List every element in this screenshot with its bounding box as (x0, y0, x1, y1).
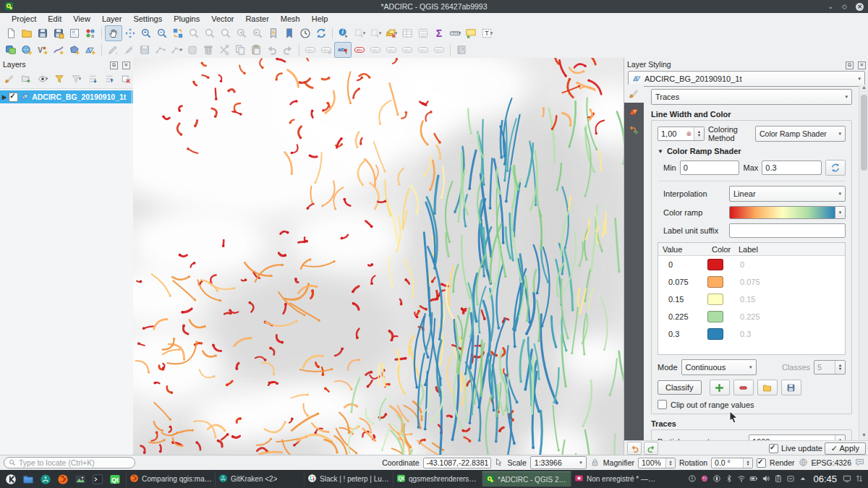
pan-to-selection-icon[interactable] (122, 26, 138, 40)
layer-visibility-checkbox[interactable] (9, 93, 18, 102)
show-bookmarks-icon[interactable] (281, 26, 297, 40)
min-input[interactable]: 0 (680, 160, 740, 175)
zoom-in-icon[interactable]: + (138, 26, 154, 40)
pan-map-icon[interactable] (105, 25, 122, 41)
save-project-as-icon[interactable] (51, 26, 67, 40)
clipboard-icon[interactable] (774, 474, 783, 484)
text-annotation-icon[interactable]: T▾ (479, 26, 495, 40)
new-bookmark-icon[interactable]: ★ (265, 26, 281, 40)
filter-legend-icon[interactable] (51, 72, 67, 86)
add-mesh-layer-icon[interactable] (82, 43, 98, 57)
field-calculator-icon[interactable] (415, 26, 431, 40)
delete-selected-icon[interactable] (200, 43, 216, 57)
undo-icon[interactable] (264, 43, 280, 57)
vertex-tool-current-layer-icon[interactable]: ▾ (169, 43, 184, 57)
mode-combo[interactable]: Continuous ▾ (681, 359, 757, 375)
bluetooth-icon[interactable] (725, 474, 733, 484)
max-input[interactable]: 0.3 (762, 160, 822, 175)
tab-3d-view[interactable] (624, 103, 644, 121)
task-button[interactable]: Qtqgsmeshrenderersetti... (393, 471, 482, 487)
cut-features-icon[interactable] (216, 43, 232, 57)
clip-out-of-range-checkbox[interactable] (658, 400, 667, 409)
task-button[interactable]: Slack | ! peterp | Lutr... (304, 471, 393, 487)
zoom-to-layer-icon[interactable] (218, 26, 234, 40)
tab-symbology[interactable] (624, 85, 644, 103)
locator-search-input[interactable]: Type to locate (Ctrl+K) (4, 457, 135, 468)
add-group-icon[interactable] (18, 72, 34, 86)
datasource-manager-icon[interactable] (3, 43, 19, 57)
layer-diagram-icon[interactable]: abc (318, 43, 334, 57)
ramp-dropdown-icon[interactable]: ▾ (835, 206, 846, 219)
menu-mesh[interactable]: Mesh (275, 14, 306, 24)
label-unit-suffix-input[interactable] (729, 223, 846, 238)
menu-help[interactable]: Help (306, 14, 334, 24)
expand-arrow-icon[interactable]: ▶ (2, 94, 7, 100)
rotation-spinner[interactable]: 0.0 ° ▲▼ (711, 458, 753, 468)
zoom-to-selection-icon[interactable] (202, 26, 218, 40)
ramp-shader-header[interactable]: ▼ Color Ramp Shader (658, 147, 846, 155)
color-swatch[interactable] (707, 328, 723, 340)
refresh-map-icon[interactable] (313, 26, 329, 40)
show-desktop-icon[interactable] (843, 474, 851, 484)
messages-icon[interactable] (855, 458, 864, 468)
open-layer-styling-icon[interactable] (1, 72, 17, 86)
color-ramp-button[interactable]: ▾ (729, 206, 846, 219)
add-polygon-layer-icon[interactable] (67, 43, 82, 57)
color-picker-icon[interactable] (700, 474, 709, 484)
layer-tree[interactable]: ▶ ADCIRC_BG_20190910_1t (0, 88, 133, 455)
kdeconnect-icon[interactable] (712, 474, 721, 484)
battery-icon[interactable] (749, 474, 758, 484)
redo-style-button[interactable] (644, 442, 658, 455)
live-update-checkbox[interactable] (769, 444, 778, 453)
layer-labeling-icon[interactable]: abc (302, 43, 318, 57)
apply-button[interactable]: ✓ Apply (825, 442, 866, 455)
vault-icon[interactable] (786, 474, 795, 484)
ramp-table-row[interactable]: 00 (658, 256, 845, 273)
toggle-extents-icon[interactable] (495, 458, 504, 468)
color-swatch[interactable] (707, 259, 723, 270)
firefox-launcher-icon[interactable] (56, 471, 70, 487)
load-color-map-icon[interactable] (757, 380, 778, 395)
show-hide-labels-icon[interactable]: abc (383, 43, 399, 57)
undo-style-button[interactable] (627, 442, 642, 455)
interpolation-combo[interactable]: Linear ▾ (729, 186, 846, 202)
rotate-label-icon[interactable]: abc (415, 43, 431, 57)
clear-value-icon[interactable]: ⊗ (686, 130, 692, 137)
task-button[interactable]: Non enregistré * — Sp... (571, 471, 660, 487)
crs-globe-icon[interactable] (799, 458, 808, 468)
menu-project[interactable]: Project (6, 14, 42, 24)
color-swatch[interactable] (707, 294, 723, 305)
redo-icon[interactable] (280, 43, 296, 57)
undock-panel-icon[interactable]: ⧉ (110, 61, 118, 69)
tray-expand-icon[interactable] (799, 474, 807, 484)
menu-raster[interactable]: Raster (239, 14, 274, 24)
save-edits-icon[interactable] (137, 43, 153, 57)
scale-combo[interactable]: 1:33966▾ (530, 456, 587, 469)
lock-scale-icon[interactable] (590, 458, 600, 468)
gitkraken-launcher-icon[interactable] (38, 471, 53, 487)
remove-class-icon[interactable] (733, 380, 754, 395)
symbology-type-combo[interactable]: Traces ▾ (651, 89, 852, 105)
add-class-icon[interactable] (710, 380, 730, 395)
select-features-icon[interactable]: ▾ (352, 26, 367, 40)
collapse-all-icon[interactable] (101, 72, 117, 86)
zoom-native-icon[interactable] (170, 26, 186, 40)
magnifier-spinner[interactable]: 100% ▲▼ (638, 458, 676, 468)
qt-launcher-icon[interactable]: Qt (108, 471, 122, 487)
app-launcher-icon[interactable] (4, 471, 18, 487)
ramp-table-row[interactable]: 0.2250.225 (658, 308, 845, 325)
menu-edit[interactable]: Edit (42, 14, 67, 24)
deselect-features-icon[interactable]: ▾ (383, 26, 399, 40)
reload-minmax-button[interactable] (825, 160, 846, 176)
add-line-layer-icon[interactable] (51, 43, 67, 57)
zoom-next-icon[interactable]: ▸ (250, 26, 265, 40)
temporal-controller-icon[interactable] (297, 26, 313, 40)
filter-by-expression-icon[interactable]: ▾ (68, 72, 84, 86)
style-manager-icon[interactable]: a (82, 26, 98, 40)
statistics-icon[interactable]: Σ (431, 26, 447, 40)
new-print-layout-icon[interactable] (67, 26, 82, 40)
zoom-last-icon[interactable]: ◂ (234, 26, 250, 40)
ramp-table-row[interactable]: 0.150.15 (658, 291, 845, 308)
color-swatch[interactable] (707, 311, 723, 322)
color-swatch[interactable] (707, 276, 723, 288)
